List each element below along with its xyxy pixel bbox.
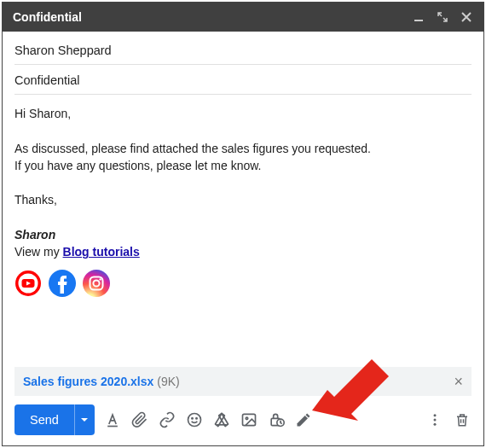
svg-point-11	[192, 418, 193, 419]
youtube-icon[interactable]	[14, 270, 42, 297]
insert-photo-icon[interactable]	[240, 410, 258, 429]
subject-field[interactable]: Confidential	[14, 65, 472, 95]
svg-point-10	[188, 414, 200, 427]
discard-draft-icon[interactable]	[453, 410, 472, 429]
compose-toolbar: Send	[3, 396, 483, 445]
svg-point-17	[434, 414, 437, 416]
attachment-chip[interactable]: Sales figures 2020.xlsx (9K) ×	[14, 367, 472, 396]
drive-icon[interactable]	[212, 410, 231, 429]
svg-point-12	[196, 418, 197, 419]
signature-prefix: View my	[14, 245, 63, 259]
close-icon[interactable]	[460, 10, 473, 24]
emoji-icon[interactable]	[185, 410, 204, 429]
svg-point-18	[434, 419, 437, 422]
formatting-icon[interactable]	[103, 410, 122, 429]
to-field[interactable]: Sharon Sheppard	[14, 35, 472, 65]
signature-name: Sharon	[14, 228, 55, 241]
more-options-icon[interactable]	[425, 410, 444, 429]
compose-window: Confidential Sharon Sheppard Confidentia…	[2, 2, 484, 446]
body-greeting: Hi Sharon,	[14, 105, 472, 122]
attachment-remove-icon[interactable]: ×	[454, 373, 463, 391]
send-options-button[interactable]	[74, 404, 95, 435]
attachment-size: (9K)	[157, 375, 179, 388]
body-closing: Thanks,	[14, 191, 472, 208]
window-title: Confidential	[13, 10, 402, 24]
confidential-mode-icon[interactable]	[267, 410, 286, 429]
blog-tutorials-link[interactable]: Blog tutorials	[63, 245, 140, 259]
svg-point-8	[99, 278, 101, 280]
attachment-name: Sales figures 2020.xlsx	[23, 375, 153, 388]
instagram-icon[interactable]	[83, 270, 110, 297]
message-body[interactable]: Hi Sharon, As discussed, please find att…	[14, 95, 472, 297]
titlebar: Confidential	[3, 3, 483, 32]
svg-point-14	[246, 417, 248, 420]
minimize-icon[interactable]	[412, 10, 425, 24]
expand-icon[interactable]	[436, 10, 449, 24]
svg-point-5	[83, 270, 110, 297]
body-paragraph-2: If you have any questions, please let me…	[14, 157, 472, 174]
facebook-icon[interactable]	[49, 270, 76, 297]
attach-file-icon[interactable]	[130, 410, 149, 429]
send-button[interactable]: Send	[14, 404, 74, 435]
insert-signature-icon[interactable]	[294, 410, 313, 429]
social-icons-row	[14, 270, 472, 297]
insert-link-icon[interactable]	[158, 410, 176, 429]
send-button-group: Send	[14, 404, 95, 435]
svg-point-19	[434, 423, 437, 426]
body-paragraph-1: As discussed, please find attached the s…	[14, 140, 472, 157]
compose-content: Sharon Sheppard Confidential Hi Sharon, …	[3, 32, 483, 367]
